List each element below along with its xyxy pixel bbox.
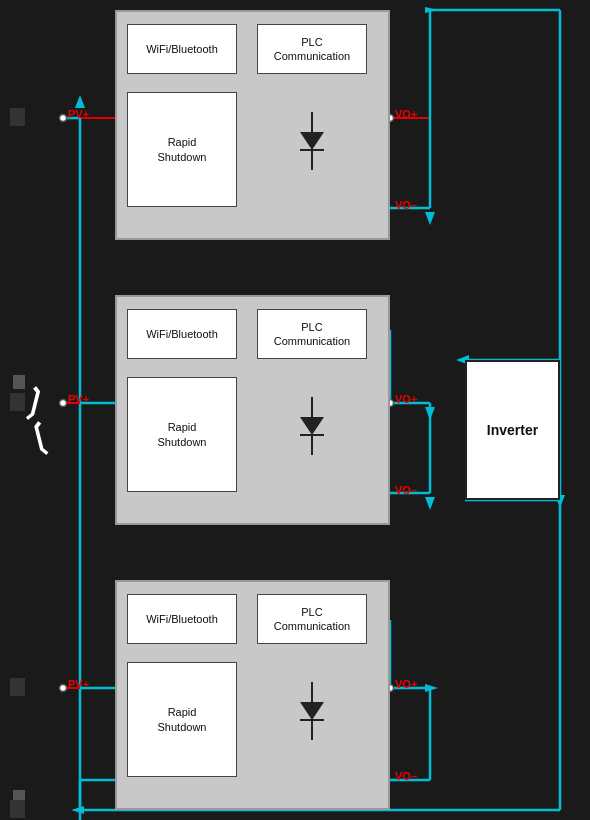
- rapid-shutdown-box-1: Rapid Shutdown: [127, 92, 237, 207]
- plc-label-2: PLC Communication: [274, 320, 350, 349]
- wifi-label-1: WiFi/Bluetooth: [146, 42, 218, 56]
- svg-point-56: [60, 685, 67, 692]
- plc-label-3: PLC Communication: [274, 605, 350, 634]
- svg-marker-25: [425, 497, 435, 510]
- plc-label-1: PLC Communication: [274, 35, 350, 64]
- plc-box-3: PLC Communication: [257, 594, 367, 644]
- wifi-bluetooth-box-1: WiFi/Bluetooth: [127, 24, 237, 74]
- left-plug-bot: [10, 678, 25, 696]
- module-3-inner: WiFi/Bluetooth PLC Communication Rapid S…: [117, 582, 388, 808]
- bottom-plug: [10, 800, 25, 818]
- wifi-bluetooth-box-2: WiFi/Bluetooth: [127, 309, 237, 359]
- svg-marker-9: [425, 7, 438, 13]
- vo-minus-label-3: VO–: [395, 770, 417, 782]
- diagram-container: WiFi/Bluetooth PLC Communication Rapid S…: [0, 0, 590, 820]
- plc-box-1: PLC Communication: [257, 24, 367, 74]
- svg-marker-35: [425, 684, 438, 692]
- rapid-label-3: Rapid Shutdown: [158, 705, 207, 734]
- module-2-inner: WiFi/Bluetooth PLC Communication Rapid S…: [117, 297, 388, 523]
- rapid-shutdown-box-2: Rapid Shutdown: [127, 377, 237, 492]
- vo-minus-label-1: VO–: [395, 199, 417, 211]
- diode-3: [282, 682, 342, 742]
- diode-1: [282, 112, 342, 172]
- wifi-label-3: WiFi/Bluetooth: [146, 612, 218, 626]
- rapid-shutdown-box-3: Rapid Shutdown: [127, 662, 237, 777]
- pv-plus-label-1: PV+: [68, 108, 89, 120]
- pv-plus-label-2: PV+: [68, 393, 89, 405]
- svg-marker-44: [71, 806, 84, 814]
- svg-marker-22: [425, 407, 435, 420]
- vo-plus-label-1: VO+: [395, 108, 417, 120]
- vo-minus-label-2: VO–: [395, 484, 417, 496]
- pv-plus-label-3: PV+: [68, 678, 89, 690]
- wifi-label-2: WiFi/Bluetooth: [146, 327, 218, 341]
- svg-marker-62: [300, 417, 324, 435]
- vo-plus-label-3: VO+: [395, 678, 417, 690]
- svg-marker-66: [300, 702, 324, 720]
- plc-box-2: PLC Communication: [257, 309, 367, 359]
- svg-marker-12: [425, 212, 435, 225]
- inverter-label: Inverter: [487, 422, 538, 438]
- rapid-label-1: Rapid Shutdown: [158, 135, 207, 164]
- svg-marker-14: [75, 95, 85, 108]
- module-2: WiFi/Bluetooth PLC Communication Rapid S…: [115, 295, 390, 525]
- vo-plus-label-2: VO+: [395, 393, 417, 405]
- module-1: WiFi/Bluetooth PLC Communication Rapid S…: [115, 10, 390, 240]
- diode-2: [282, 397, 342, 457]
- lightning-symbol-2: ❳: [28, 420, 55, 452]
- svg-marker-58: [300, 132, 324, 150]
- rapid-label-2: Rapid Shutdown: [158, 420, 207, 449]
- svg-point-55: [60, 400, 67, 407]
- module-3: WiFi/Bluetooth PLC Communication Rapid S…: [115, 580, 390, 810]
- left-plug-top: [10, 108, 25, 126]
- module-1-inner: WiFi/Bluetooth PLC Communication Rapid S…: [117, 12, 388, 238]
- svg-point-54: [60, 115, 67, 122]
- inverter-box: Inverter: [465, 360, 560, 500]
- left-plug-mid: [10, 393, 25, 411]
- wifi-bluetooth-box-3: WiFi/Bluetooth: [127, 594, 237, 644]
